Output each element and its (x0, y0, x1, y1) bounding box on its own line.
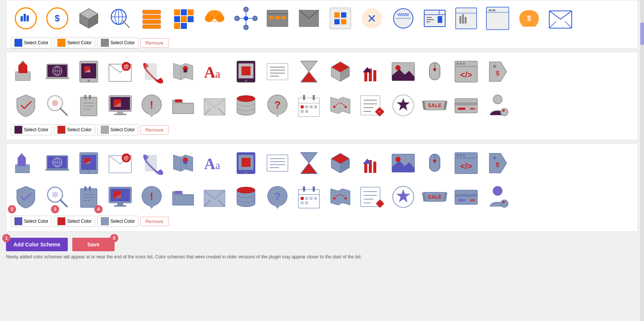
svg-point-177 (344, 106, 347, 108)
svg-rect-142 (84, 95, 86, 99)
color-swatch-btn-3-1[interactable]: Select Color (11, 216, 52, 227)
icon-cell: $ (483, 148, 513, 178)
color-swatch-btn-2[interactable]: Select Color (54, 37, 95, 48)
icon-cell (388, 90, 418, 120)
icon-cell (168, 3, 198, 33)
svg-rect-20 (181, 9, 187, 15)
icon-cell: ! (137, 182, 167, 212)
svg-rect-21 (188, 9, 194, 15)
color-swatch-btn-2-2[interactable]: Select Color (54, 124, 95, 135)
color-swatch-btn-3-2[interactable]: Select Color (54, 216, 95, 227)
color-controls-2: Select Color Select Color Select Color R… (11, 124, 633, 135)
svg-rect-48 (334, 19, 340, 24)
color-swatch-btn-3-3[interactable]: Select Color (97, 216, 138, 227)
svg-rect-290 (305, 197, 308, 200)
svg-rect-58 (426, 17, 432, 18)
svg-rect-66 (462, 14, 464, 24)
top-icon-strip: $ (6, 0, 638, 49)
svg-point-140 (52, 100, 58, 106)
svg-rect-312 (470, 199, 475, 201)
icon-cell (388, 182, 418, 212)
svg-rect-42 (269, 16, 274, 19)
icon-cell (42, 90, 72, 120)
svg-rect-276 (175, 191, 182, 194)
svg-point-297 (344, 197, 347, 200)
svg-rect-289 (301, 197, 304, 200)
svg-rect-22 (174, 16, 180, 22)
svg-rect-173 (301, 110, 304, 113)
svg-rect-24 (188, 16, 194, 22)
icon-cell (200, 90, 230, 120)
svg-rect-18 (143, 25, 161, 28)
svg-point-245 (395, 157, 401, 162)
icon-cell: ! (137, 90, 167, 120)
svg-rect-3 (27, 15, 29, 21)
color-swatch-2-2 (57, 126, 66, 134)
svg-line-13 (125, 23, 129, 27)
icon-cell: SALE (420, 182, 450, 212)
svg-point-260 (52, 192, 58, 198)
svg-rect-200 (21, 153, 23, 155)
icon-cell (231, 90, 261, 120)
svg-text:!: ! (150, 190, 153, 202)
svg-point-313 (493, 186, 502, 195)
color-swatch-3-2 (57, 217, 66, 225)
scheme-section-2: @ Aa (6, 52, 638, 140)
icon-cell (42, 57, 72, 87)
icon-cell (168, 182, 198, 212)
svg-rect-67 (465, 17, 467, 24)
svg-rect-261 (80, 189, 97, 207)
icon-grid-3a: @ Aa (11, 148, 633, 178)
icon-cell (483, 90, 513, 120)
svg-point-34 (244, 7, 248, 12)
svg-rect-46 (334, 12, 340, 18)
add-color-scheme-button[interactable]: Add Color Scheme (6, 238, 68, 251)
icon-cell (325, 3, 355, 33)
icon-cell (420, 57, 450, 87)
svg-rect-151 (117, 111, 123, 114)
icon-cell (11, 57, 41, 87)
select-color-label: Select Color (67, 40, 91, 45)
svg-text:!: ! (150, 99, 153, 111)
svg-rect-71 (492, 9, 495, 11)
color-swatch-btn-2-3[interactable]: Select Color (97, 124, 138, 135)
svg-text:SALE: SALE (428, 194, 441, 200)
remove-button-3[interactable]: Remove (140, 217, 168, 226)
color-swatch-btn-1[interactable]: Select Color (11, 37, 52, 48)
svg-rect-207 (45, 169, 69, 171)
svg-text:?: ? (274, 190, 280, 202)
icon-grid-2b: ! ? (11, 90, 633, 120)
icon-cell (357, 3, 387, 33)
svg-rect-105 (242, 66, 250, 75)
svg-marker-275 (149, 205, 155, 209)
svg-rect-240 (364, 164, 367, 173)
icon-cell (294, 182, 324, 212)
color-swatch-3-1 (14, 217, 22, 225)
svg-line-139 (60, 108, 67, 115)
icon-cell (200, 182, 230, 212)
page-container: $ (0, 0, 644, 321)
icon-cell (325, 148, 355, 178)
save-button[interactable]: Save (72, 238, 115, 251)
svg-rect-271 (117, 203, 123, 205)
svg-text:$: $ (527, 15, 531, 22)
svg-rect-263 (89, 186, 91, 191)
color-swatch-1 (14, 39, 22, 47)
color-swatch-btn-3[interactable]: Select Color (97, 37, 138, 48)
scrollbar-thumb[interactable] (640, 22, 644, 45)
remove-button-top[interactable]: Remove (140, 38, 168, 48)
svg-rect-193 (470, 108, 475, 110)
svg-line-259 (60, 200, 67, 207)
svg-point-35 (244, 25, 248, 30)
color-swatch-btn-2-1[interactable]: Select Color (11, 124, 52, 135)
svg-marker-175 (331, 97, 350, 114)
color-swatch-2-3 (101, 126, 109, 134)
remove-button-2[interactable]: Remove (140, 125, 168, 135)
svg-marker-96 (173, 63, 193, 80)
icon-cell: $ (483, 57, 513, 87)
svg-text:$: $ (55, 13, 60, 23)
svg-text:a: a (215, 68, 220, 80)
scrollbar-track[interactable] (640, 0, 644, 321)
svg-marker-186 (397, 98, 410, 111)
select-color-label: Select Color (110, 40, 135, 45)
